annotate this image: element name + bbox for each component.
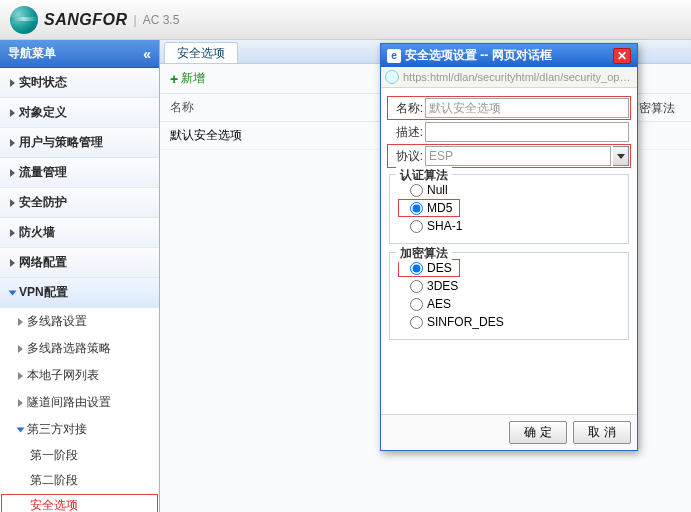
desc-input[interactable] (425, 122, 629, 142)
ok-button[interactable]: 确 定 (509, 421, 567, 444)
url-input[interactable] (403, 71, 633, 83)
sub-label: 第三方对接 (27, 421, 87, 438)
leaf-label: 第一阶段 (30, 448, 78, 462)
enc-sinfor[interactable]: SINFOR_DES (398, 313, 620, 331)
caret-icon (10, 109, 15, 117)
auth-title: 认证算法 (396, 167, 452, 184)
vpn-subgroup: 多线路设置 多线路选路策略 本地子网列表 隧道间路由设置 第三方对接 第一阶段 … (0, 308, 159, 512)
ie-icon (385, 70, 399, 84)
radio-md5[interactable] (410, 202, 423, 215)
caret-icon (10, 139, 15, 147)
row-name: 名称: (389, 98, 629, 118)
app-header: SANGFOR | AC 3.5 (0, 0, 691, 40)
sub-tunnel[interactable]: 隧道间路由设置 (0, 389, 159, 416)
nav-item-security[interactable]: 安全防护 (0, 188, 159, 218)
add-button[interactable]: +新增 (170, 70, 205, 87)
leaf-phase1[interactable]: 第一阶段 (0, 443, 159, 468)
cancel-button[interactable]: 取 消 (573, 421, 631, 444)
sidebar: 导航菜单 « 实时状态 对象定义 用户与策略管理 流量管理 安全防护 防火墙 网… (0, 40, 160, 512)
sub-label: 多线路选路策略 (27, 340, 111, 357)
radio-label: DES (427, 261, 452, 275)
close-icon: ✕ (617, 50, 627, 62)
nav-label: VPN配置 (19, 284, 68, 301)
nav-label: 用户与策略管理 (19, 134, 103, 151)
brand-version: AC 3.5 (143, 13, 180, 27)
auth-group: 认证算法 Null MD5 SHA-1 (389, 174, 629, 244)
nav-label: 实时状态 (19, 74, 67, 91)
enc-title: 加密算法 (396, 245, 452, 262)
sub-multiline[interactable]: 多线路设置 (0, 308, 159, 335)
enc-3des[interactable]: 3DES (398, 277, 620, 295)
enc-aes[interactable]: AES (398, 295, 620, 313)
chevron-down-icon[interactable] (613, 146, 629, 166)
radio-label: SINFOR_DES (427, 315, 504, 329)
dialog-title: 安全选项设置 -- 网页对话框 (405, 47, 552, 64)
dialog-urlbar (381, 67, 637, 88)
underlay-enc-label: 密算法 (639, 100, 675, 117)
caret-icon (18, 345, 23, 353)
nav-item-object[interactable]: 对象定义 (0, 98, 159, 128)
caret-icon (18, 399, 23, 407)
caret-icon (10, 229, 15, 237)
sub-label: 多线路设置 (27, 313, 87, 330)
caret-icon (10, 169, 15, 177)
nav-title-bar: 导航菜单 « (0, 40, 159, 68)
nav-item-vpn[interactable]: VPN配置 (0, 278, 159, 308)
collapse-icon[interactable]: « (143, 46, 151, 62)
col-name: 名称 (170, 100, 194, 114)
row-proto: 协议: (389, 146, 629, 166)
radio-null[interactable] (410, 184, 423, 197)
auth-md5[interactable]: MD5 (398, 199, 460, 217)
name-input[interactable] (425, 98, 629, 118)
brand-name: SANGFOR (44, 11, 128, 29)
caret-icon (18, 318, 23, 326)
nav-item-firewall[interactable]: 防火墙 (0, 218, 159, 248)
leaf-label: 第二阶段 (30, 473, 78, 487)
sub-label: 本地子网列表 (27, 367, 99, 384)
row-desc: 描述: (389, 122, 629, 142)
add-label: 新增 (181, 70, 205, 87)
nav-item-network[interactable]: 网络配置 (0, 248, 159, 278)
nav-item-traffic[interactable]: 流量管理 (0, 158, 159, 188)
dialog-titlebar[interactable]: e 安全选项设置 -- 网页对话框 ✕ (381, 44, 637, 67)
nav-item-realtime[interactable]: 实时状态 (0, 68, 159, 98)
radio-aes[interactable] (410, 298, 423, 311)
caret-icon (10, 259, 15, 267)
radio-3des[interactable] (410, 280, 423, 293)
radio-des[interactable] (410, 262, 423, 275)
nav-item-userpolicy[interactable]: 用户与策略管理 (0, 128, 159, 158)
radio-sinfor[interactable] (410, 316, 423, 329)
nav-title: 导航菜单 (8, 45, 56, 62)
radio-sha1[interactable] (410, 220, 423, 233)
nav-label: 防火墙 (19, 224, 55, 241)
proto-label: 协议: (389, 148, 423, 165)
desc-label: 描述: (389, 124, 423, 141)
btn-label: 取 消 (588, 425, 615, 439)
nav-scroll[interactable]: 实时状态 对象定义 用户与策略管理 流量管理 安全防护 防火墙 网络配置 VPN… (0, 68, 159, 512)
name-label: 名称: (389, 100, 423, 117)
leaf-phase2[interactable]: 第二阶段 (0, 468, 159, 493)
caret-icon (10, 79, 15, 87)
plus-icon: + (170, 71, 178, 87)
sub-thirdparty[interactable]: 第三方对接 (0, 416, 159, 443)
close-button[interactable]: ✕ (613, 48, 631, 64)
auth-sha1[interactable]: SHA-1 (398, 217, 620, 235)
caret-icon (9, 290, 17, 295)
caret-icon (18, 372, 23, 380)
btn-label: 确 定 (524, 425, 551, 439)
leaf-secopt[interactable]: 安全选项 (0, 493, 159, 512)
brand-separator: | (134, 13, 137, 27)
globe-icon: e (387, 49, 401, 63)
proto-select[interactable] (425, 146, 611, 166)
dialog-body: 名称: 描述: 协议: 认证算法 Null MD5 SHA-1 加密算法 DES… (381, 88, 637, 414)
tab-secopt[interactable]: 安全选项 (164, 42, 238, 63)
radio-label: Null (427, 183, 448, 197)
sub-subnet[interactable]: 本地子网列表 (0, 362, 159, 389)
radio-label: SHA-1 (427, 219, 462, 233)
caret-icon (17, 427, 25, 432)
nav-label: 网络配置 (19, 254, 67, 271)
nav-label: 流量管理 (19, 164, 67, 181)
enc-group: 加密算法 DES 3DES AES SINFOR_DES (389, 252, 629, 340)
sub-routing[interactable]: 多线路选路策略 (0, 335, 159, 362)
leaf-label: 安全选项 (30, 498, 78, 512)
